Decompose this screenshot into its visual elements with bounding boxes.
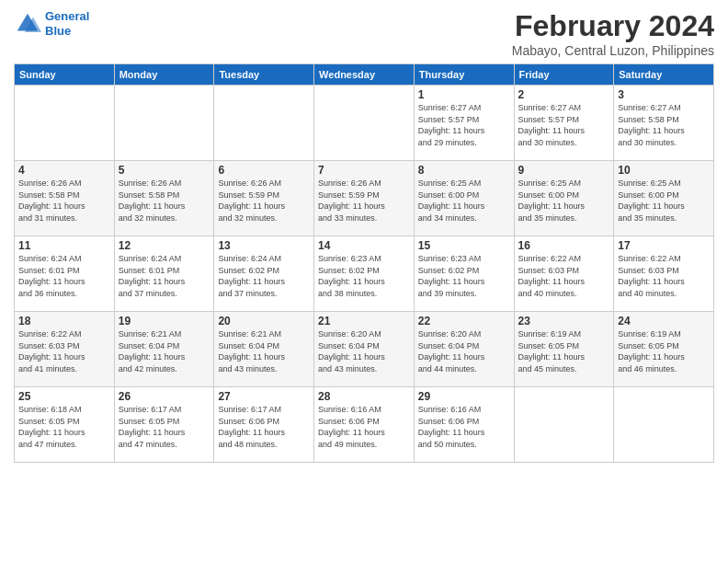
day-header-tuesday: Tuesday (214, 64, 314, 86)
day-detail: Sunrise: 6:26 AM Sunset: 5:59 PM Dayligh… (218, 178, 310, 224)
day-detail: Sunrise: 6:18 AM Sunset: 6:05 PM Dayligh… (18, 404, 110, 450)
day-detail: Sunrise: 6:24 AM Sunset: 6:02 PM Dayligh… (218, 253, 310, 299)
calendar-cell: 13Sunrise: 6:24 AM Sunset: 6:02 PM Dayli… (214, 236, 314, 312)
day-detail: Sunrise: 6:21 AM Sunset: 6:04 PM Dayligh… (218, 328, 310, 374)
day-detail: Sunrise: 6:16 AM Sunset: 6:06 PM Dayligh… (318, 404, 410, 450)
day-header-friday: Friday (514, 64, 614, 86)
logo: General Blue (14, 9, 89, 38)
calendar-cell (114, 86, 214, 161)
calendar-cell (514, 387, 614, 463)
day-number: 10 (618, 164, 710, 177)
day-number: 23 (518, 315, 610, 327)
calendar-cell: 22Sunrise: 6:20 AM Sunset: 6:04 PM Dayli… (414, 312, 514, 387)
day-number: 12 (119, 239, 210, 252)
day-detail: Sunrise: 6:21 AM Sunset: 6:04 PM Dayligh… (119, 328, 210, 374)
day-number: 17 (618, 239, 710, 252)
calendar-cell: 10Sunrise: 6:25 AM Sunset: 6:00 PM Dayli… (614, 161, 714, 236)
calendar-cell (314, 86, 415, 161)
day-number: 28 (318, 390, 410, 403)
month-title: February 2024 (512, 9, 714, 43)
day-detail: Sunrise: 6:23 AM Sunset: 6:02 PM Dayligh… (418, 253, 510, 299)
calendar-cell: 17Sunrise: 6:22 AM Sunset: 6:03 PM Dayli… (614, 236, 714, 312)
day-header-thursday: Thursday (414, 64, 514, 86)
calendar-cell: 15Sunrise: 6:23 AM Sunset: 6:02 PM Dayli… (414, 236, 514, 312)
day-number: 18 (18, 315, 110, 327)
calendar-cell: 11Sunrise: 6:24 AM Sunset: 6:01 PM Dayli… (15, 236, 115, 312)
day-detail: Sunrise: 6:20 AM Sunset: 6:04 PM Dayligh… (418, 328, 510, 374)
day-number: 27 (218, 390, 310, 403)
calendar-cell: 7Sunrise: 6:26 AM Sunset: 5:59 PM Daylig… (314, 161, 415, 236)
day-detail: Sunrise: 6:19 AM Sunset: 6:05 PM Dayligh… (518, 328, 610, 374)
day-header-saturday: Saturday (614, 64, 714, 86)
day-number: 9 (518, 164, 610, 177)
day-number: 19 (119, 315, 210, 327)
day-number: 15 (418, 239, 510, 252)
day-detail: Sunrise: 6:24 AM Sunset: 6:01 PM Dayligh… (119, 253, 210, 299)
day-detail: Sunrise: 6:23 AM Sunset: 6:02 PM Dayligh… (318, 253, 410, 299)
calendar-week-row: 18Sunrise: 6:22 AM Sunset: 6:03 PM Dayli… (15, 312, 714, 387)
calendar-cell: 25Sunrise: 6:18 AM Sunset: 6:05 PM Dayli… (15, 387, 115, 463)
calendar-header-row: SundayMondayTuesdayWednesdayThursdayFrid… (15, 64, 714, 86)
calendar-cell: 26Sunrise: 6:17 AM Sunset: 6:05 PM Dayli… (114, 387, 214, 463)
calendar-cell: 4Sunrise: 6:26 AM Sunset: 5:58 PM Daylig… (15, 161, 115, 236)
calendar-cell: 9Sunrise: 6:25 AM Sunset: 6:00 PM Daylig… (514, 161, 614, 236)
calendar-table: SundayMondayTuesdayWednesdayThursdayFrid… (14, 63, 714, 463)
day-detail: Sunrise: 6:24 AM Sunset: 6:01 PM Dayligh… (18, 253, 110, 299)
location-subtitle: Mabayo, Central Luzon, Philippines (512, 43, 714, 58)
day-header-monday: Monday (114, 64, 214, 86)
day-number: 8 (418, 164, 510, 177)
calendar-cell: 16Sunrise: 6:22 AM Sunset: 6:03 PM Dayli… (514, 236, 614, 312)
day-number: 20 (218, 315, 310, 327)
calendar-week-row: 4Sunrise: 6:26 AM Sunset: 5:58 PM Daylig… (15, 161, 714, 236)
calendar-cell: 23Sunrise: 6:19 AM Sunset: 6:05 PM Dayli… (514, 312, 614, 387)
calendar-cell: 1Sunrise: 6:27 AM Sunset: 5:57 PM Daylig… (414, 86, 514, 161)
calendar-cell (214, 86, 314, 161)
day-detail: Sunrise: 6:27 AM Sunset: 5:57 PM Dayligh… (518, 102, 610, 148)
day-number: 2 (518, 88, 610, 101)
logo-text: General Blue (45, 9, 89, 38)
day-number: 24 (618, 315, 710, 327)
day-number: 11 (18, 239, 110, 252)
day-detail: Sunrise: 6:22 AM Sunset: 6:03 PM Dayligh… (18, 328, 110, 374)
calendar-cell (15, 86, 115, 161)
day-number: 14 (318, 239, 410, 252)
day-number: 26 (119, 390, 210, 403)
day-number: 7 (318, 164, 410, 177)
day-number: 1 (418, 88, 510, 101)
calendar-cell: 24Sunrise: 6:19 AM Sunset: 6:05 PM Dayli… (614, 312, 714, 387)
title-block: February 2024 Mabayo, Central Luzon, Phi… (512, 9, 714, 58)
day-number: 22 (418, 315, 510, 327)
calendar-cell: 6Sunrise: 6:26 AM Sunset: 5:59 PM Daylig… (214, 161, 314, 236)
calendar-week-row: 11Sunrise: 6:24 AM Sunset: 6:01 PM Dayli… (15, 236, 714, 312)
day-number: 6 (218, 164, 310, 177)
day-detail: Sunrise: 6:19 AM Sunset: 6:05 PM Dayligh… (618, 328, 710, 374)
day-detail: Sunrise: 6:17 AM Sunset: 6:06 PM Dayligh… (218, 404, 310, 450)
day-detail: Sunrise: 6:22 AM Sunset: 6:03 PM Dayligh… (518, 253, 610, 299)
calendar-week-row: 1Sunrise: 6:27 AM Sunset: 5:57 PM Daylig… (15, 86, 714, 161)
day-number: 5 (119, 164, 210, 177)
calendar-week-row: 25Sunrise: 6:18 AM Sunset: 6:05 PM Dayli… (15, 387, 714, 463)
day-number: 29 (418, 390, 510, 403)
day-detail: Sunrise: 6:27 AM Sunset: 5:58 PM Dayligh… (618, 102, 710, 148)
day-detail: Sunrise: 6:26 AM Sunset: 5:58 PM Dayligh… (119, 178, 210, 224)
header: General Blue February 2024 Mabayo, Centr… (14, 9, 714, 58)
page: General Blue February 2024 Mabayo, Centr… (0, 0, 728, 472)
calendar-cell (614, 387, 714, 463)
calendar-cell: 29Sunrise: 6:16 AM Sunset: 6:06 PM Dayli… (414, 387, 514, 463)
day-detail: Sunrise: 6:25 AM Sunset: 6:00 PM Dayligh… (418, 178, 510, 224)
day-header-wednesday: Wednesday (314, 64, 415, 86)
day-detail: Sunrise: 6:26 AM Sunset: 5:58 PM Dayligh… (18, 178, 110, 224)
day-detail: Sunrise: 6:16 AM Sunset: 6:06 PM Dayligh… (418, 404, 510, 450)
day-number: 25 (18, 390, 110, 403)
calendar-cell: 27Sunrise: 6:17 AM Sunset: 6:06 PM Dayli… (214, 387, 314, 463)
calendar-body: 1Sunrise: 6:27 AM Sunset: 5:57 PM Daylig… (15, 86, 714, 463)
day-number: 13 (218, 239, 310, 252)
day-number: 3 (618, 88, 710, 101)
day-detail: Sunrise: 6:20 AM Sunset: 6:04 PM Dayligh… (318, 328, 410, 374)
calendar-cell: 19Sunrise: 6:21 AM Sunset: 6:04 PM Dayli… (114, 312, 214, 387)
day-header-sunday: Sunday (15, 64, 115, 86)
day-detail: Sunrise: 6:26 AM Sunset: 5:59 PM Dayligh… (318, 178, 410, 224)
day-detail: Sunrise: 6:22 AM Sunset: 6:03 PM Dayligh… (618, 253, 710, 299)
day-number: 4 (18, 164, 110, 177)
day-detail: Sunrise: 6:25 AM Sunset: 6:00 PM Dayligh… (518, 178, 610, 224)
